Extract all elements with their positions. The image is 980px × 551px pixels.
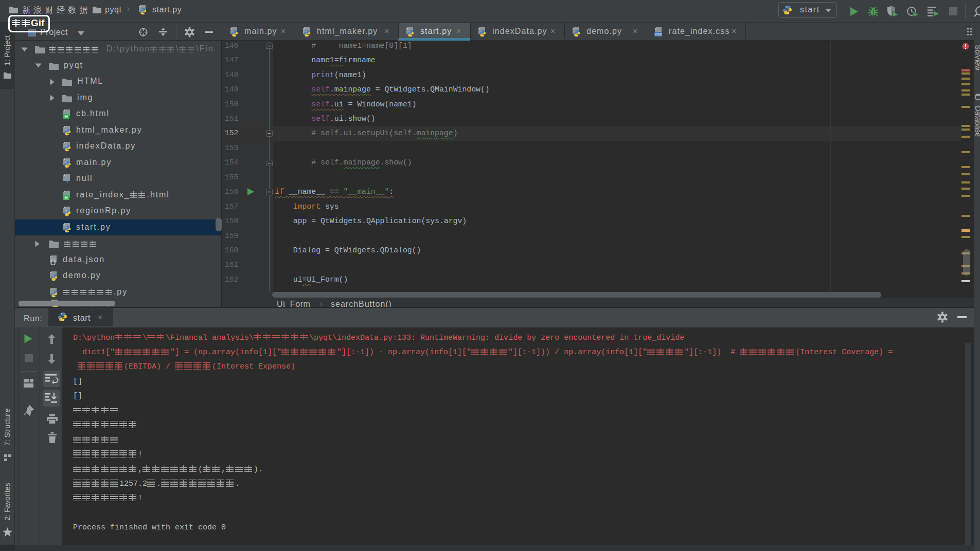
svg-text:H: H bbox=[64, 195, 68, 200]
svg-text:?: ? bbox=[65, 177, 69, 185]
svg-text:{}: {} bbox=[49, 259, 56, 265]
svg-text:H: H bbox=[64, 114, 68, 119]
svg-text:css: css bbox=[655, 32, 662, 36]
